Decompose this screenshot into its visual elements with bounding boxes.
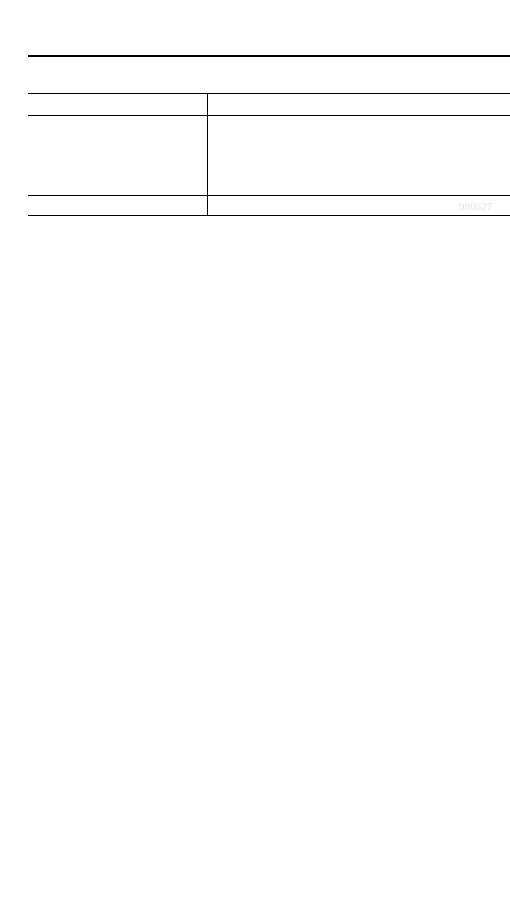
title-cell xyxy=(28,0,510,56)
header-amount xyxy=(208,116,510,195)
header-blank-row xyxy=(28,94,510,116)
spreadsheet-content xyxy=(28,0,510,216)
blank-row xyxy=(28,56,510,74)
table-header xyxy=(28,116,510,196)
total-value xyxy=(208,196,510,215)
unit-row xyxy=(28,74,510,94)
total-row xyxy=(28,196,510,216)
header-blank-region xyxy=(28,94,208,115)
header-region xyxy=(28,116,208,195)
total-label xyxy=(28,196,208,215)
header-blank-amount xyxy=(208,94,510,115)
